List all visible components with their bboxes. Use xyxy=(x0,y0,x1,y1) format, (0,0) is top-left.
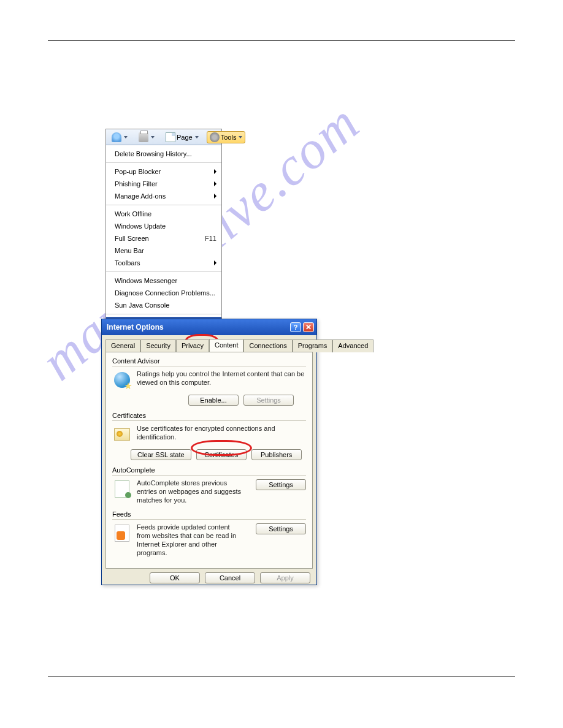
menu-item-label: Menu Bar xyxy=(115,247,144,254)
feeds-icon xyxy=(115,525,129,542)
menu-item-windows-update[interactable]: Windows Update xyxy=(106,220,221,232)
tools-menu-screenshot: Page Tools Delete Browsing History...Pop… xyxy=(105,129,222,332)
ok-button[interactable]: OK xyxy=(150,572,200,583)
autocomplete-icon xyxy=(115,480,129,498)
chevron-down-icon xyxy=(239,136,242,138)
menu-item-work-offline[interactable]: Work Offline xyxy=(106,208,221,220)
autocomplete-desc: AutoComplete stores previous entries on … xyxy=(137,479,241,504)
internet-options-dialog: Internet Options ? ✕ GeneralSecurityPriv… xyxy=(101,319,317,585)
menu-item-manage-add-ons[interactable]: Manage Add-ons xyxy=(106,190,221,202)
titlebar[interactable]: Internet Options ? ✕ xyxy=(102,319,316,335)
settings-button-disabled: Settings xyxy=(243,395,294,406)
content-panel: Content Advisor Ratings help you control… xyxy=(105,352,313,569)
page-rule-top xyxy=(48,40,515,41)
menu-item-label: Phishing Filter xyxy=(115,180,158,188)
content-advisor-group: Content Advisor Ratings help you control… xyxy=(112,357,306,406)
certificates-group: Certificates Use certificates for encryp… xyxy=(112,412,306,460)
tab-privacy[interactable]: Privacy xyxy=(176,339,209,352)
close-button[interactable]: ✕ xyxy=(303,322,314,332)
tab-general[interactable]: General xyxy=(105,339,140,352)
certificates-button[interactable]: Certificates xyxy=(196,449,247,460)
tab-advanced[interactable]: Advanced xyxy=(332,339,373,352)
tools-label: Tools xyxy=(221,134,237,141)
menu-item-windows-messenger[interactable]: Windows Messenger xyxy=(106,275,221,287)
tab-programs[interactable]: Programs xyxy=(293,339,333,352)
certificate-icon xyxy=(114,428,130,441)
chevron-down-icon xyxy=(124,136,128,138)
ie-toolbar: Page Tools xyxy=(106,129,221,145)
submenu-arrow-icon xyxy=(214,181,216,186)
menu-item-label: Toolbars xyxy=(115,259,140,267)
menu-item-label: Windows Messenger xyxy=(115,277,177,284)
certificates-desc: Use certificates for encrypted connectio… xyxy=(137,425,306,442)
home-button[interactable] xyxy=(109,131,131,143)
dialog-title: Internet Options xyxy=(107,323,164,332)
help-button[interactable]: ? xyxy=(290,322,301,332)
group-label: AutoComplete xyxy=(112,466,306,474)
menu-item-toolbars[interactable]: Toolbars xyxy=(106,257,221,269)
feeds-settings-button[interactable]: Settings xyxy=(256,523,306,534)
page-rule-bottom xyxy=(48,677,515,677)
submenu-arrow-icon xyxy=(214,169,216,174)
group-label: Feeds xyxy=(112,510,306,518)
gear-icon xyxy=(210,132,220,142)
menu-item-label: Delete Browsing History... xyxy=(115,150,192,157)
content-advisor-desc: Ratings help you control the Internet co… xyxy=(137,370,306,387)
tab-row: GeneralSecurityPrivacyContentConnections… xyxy=(102,335,316,352)
menu-item-diagnose-connection-problems[interactable]: Diagnose Connection Problems... xyxy=(106,287,221,299)
tab-content[interactable]: Content xyxy=(209,339,244,352)
page-icon xyxy=(166,132,175,142)
menu-item-sun-java-console[interactable]: Sun Java Console xyxy=(106,299,221,311)
print-button[interactable] xyxy=(136,131,158,143)
globe-star-icon xyxy=(114,372,130,388)
menu-hotkey: F11 xyxy=(205,235,216,242)
publishers-button[interactable]: Publishers xyxy=(251,449,302,460)
enable-button[interactable]: Enable... xyxy=(188,395,239,406)
tab-connections[interactable]: Connections xyxy=(243,339,292,352)
submenu-arrow-icon xyxy=(214,194,216,199)
chevron-down-icon xyxy=(195,136,199,138)
autocomplete-group: AutoComplete AutoComplete stores previou… xyxy=(112,466,306,504)
autocomplete-settings-button[interactable]: Settings xyxy=(256,479,306,490)
menu-item-pop-up-blocker[interactable]: Pop-up Blocker xyxy=(106,165,221,178)
menu-item-label: Diagnose Connection Problems... xyxy=(115,289,215,297)
print-icon xyxy=(139,132,148,142)
menu-item-label: Full Screen xyxy=(115,235,149,242)
group-label: Content Advisor xyxy=(112,357,306,365)
menu-item-delete-browsing-history[interactable]: Delete Browsing History... xyxy=(106,148,221,160)
page-button[interactable]: Page xyxy=(163,131,202,143)
menu-item-label: Sun Java Console xyxy=(115,301,169,309)
chevron-down-icon xyxy=(151,136,155,138)
menu-item-label: Manage Add-ons xyxy=(115,192,166,200)
menu-item-label: Windows Update xyxy=(115,222,166,230)
submenu-arrow-icon xyxy=(214,260,216,265)
clear-ssl-button[interactable]: Clear SSL state xyxy=(131,449,191,460)
tools-dropdown: Delete Browsing History...Pop-up Blocker… xyxy=(106,145,221,332)
cancel-button[interactable]: Cancel xyxy=(205,572,255,583)
home-icon xyxy=(112,132,121,142)
feeds-group: Feeds Feeds provide updated content from… xyxy=(112,510,306,557)
apply-button: Apply xyxy=(260,572,310,583)
dialog-footer: OK Cancel Apply xyxy=(102,572,316,588)
group-label: Certificates xyxy=(112,412,306,419)
menu-item-label: Pop-up Blocker xyxy=(115,168,161,175)
menu-item-phishing-filter[interactable]: Phishing Filter xyxy=(106,178,221,190)
page-label: Page xyxy=(177,134,193,141)
menu-item-full-screen[interactable]: Full ScreenF11 xyxy=(106,232,221,245)
menu-item-label: Work Offline xyxy=(115,210,151,218)
menu-item-menu-bar[interactable]: Menu Bar xyxy=(106,245,221,257)
tools-button[interactable]: Tools xyxy=(207,131,246,143)
tab-security[interactable]: Security xyxy=(140,339,176,352)
feeds-desc: Feeds provide updated content from websi… xyxy=(137,523,241,557)
